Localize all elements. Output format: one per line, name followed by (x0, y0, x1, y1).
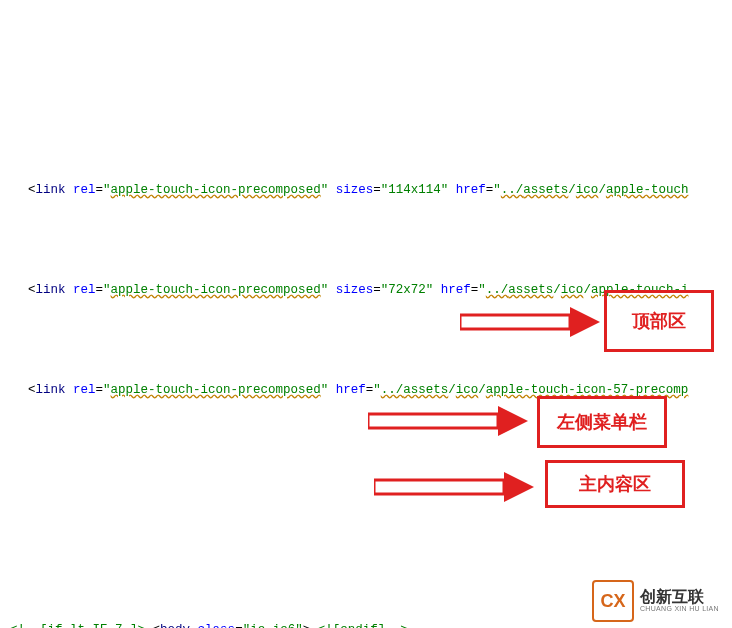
arrow-left (368, 406, 528, 436)
code-line (0, 80, 732, 100)
svg-rect-2 (368, 414, 498, 428)
code-line-link: <link rel="apple-touch-icon-precomposed"… (0, 180, 732, 200)
label-top: 顶部区 (604, 290, 714, 352)
label-main: 主内容区 (545, 460, 685, 508)
arrow-main (374, 472, 534, 502)
arrow-top (460, 307, 600, 337)
watermark-text-py: CHUANG XIN HU LIAN (640, 605, 719, 612)
label-left: 左侧菜单栏 (537, 396, 667, 448)
watermark-text-zh: 创新互联 (640, 589, 719, 605)
svg-marker-1 (570, 307, 600, 337)
svg-rect-4 (374, 480, 504, 494)
svg-rect-0 (460, 315, 570, 329)
svg-marker-3 (498, 406, 528, 436)
watermark-logo-icon: CX (592, 580, 634, 622)
watermark: CX 创新互联 CHUANG XIN HU LIAN (586, 573, 732, 628)
blank-line (0, 520, 732, 540)
svg-marker-5 (504, 472, 534, 502)
